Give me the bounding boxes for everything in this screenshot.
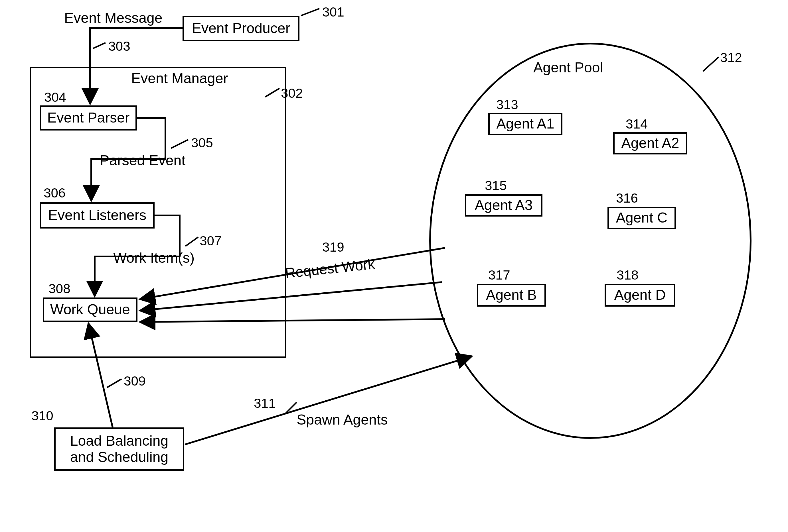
agent-d-ref: 318 [616,267,638,283]
work-items-ref: 307 [200,233,222,248]
event-parser-ref: 304 [44,89,66,105]
agent-c-ref: 316 [616,190,638,206]
agent-d-box: Agent D [605,284,675,307]
spawn-agents-label: Spawn Agents [297,411,388,428]
work-items-label: Work Item(s) [113,250,195,266]
agent-a2-ref: 314 [626,116,648,132]
lb-to-queue-ref: 309 [124,373,146,389]
agent-b-box: Agent B [477,284,546,307]
spawn-agents-ref: 311 [254,395,276,411]
work-queue-box: Work Queue [43,298,137,322]
event-message-label: Event Message [64,10,162,26]
agent-a1-ref: 313 [496,97,518,112]
agent-pool-title: Agent Pool [533,59,603,76]
agent-pool-ref: 312 [720,50,742,65]
agent-c-box: Agent C [608,207,676,229]
event-parser-box: Event Parser [40,105,137,130]
diagram-canvas: Event Producer 301 Event Manager 302 Eve… [0,0,788,532]
work-queue-ref: 308 [48,281,71,296]
event-listeners-ref: 306 [44,185,65,201]
parsed-event-ref: 305 [191,135,213,150]
agent-a3-box: Agent A3 [465,195,543,217]
agent-a3-ref: 315 [485,178,507,193]
parsed-event-label: Parsed Event [100,152,185,169]
load-balancing-box: Load Balancing and Scheduling [54,427,184,471]
event-message-ref: 303 [109,39,130,54]
event-listeners-box: Event Listeners [40,202,155,228]
request-work-ref: 319 [322,239,344,255]
event-manager-title: Event Manager [131,70,228,87]
event-producer-box: Event Producer [182,16,299,41]
event-manager-ref: 302 [281,85,303,101]
request-work-label: Request Work [284,255,376,282]
load-balancing-ref: 310 [32,408,53,424]
event-producer-ref: 301 [322,4,344,20]
agent-a2-box: Agent A2 [613,132,687,155]
agent-b-ref: 317 [488,267,510,283]
agent-pool-ellipse [429,43,751,439]
agent-a1-box: Agent A1 [488,113,563,135]
